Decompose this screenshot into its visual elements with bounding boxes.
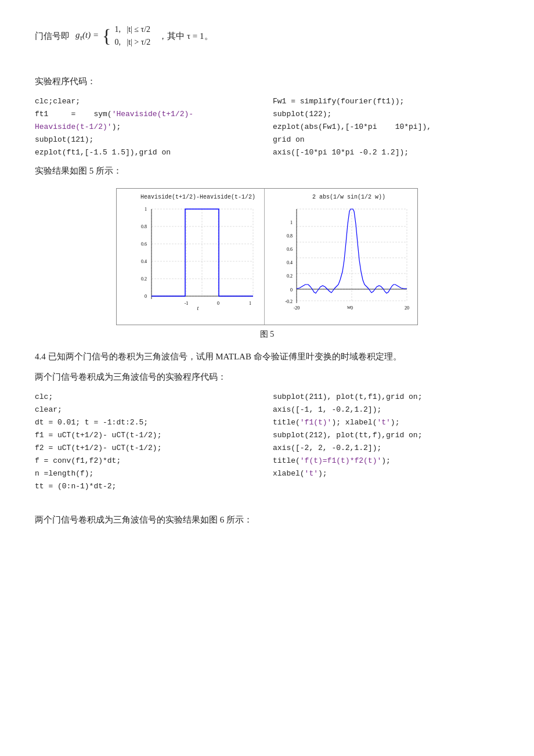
section-4-4-intro: 两个门信号卷积成为三角波信号的实验程序代码： bbox=[35, 370, 499, 385]
code2-l2: clear; bbox=[35, 404, 261, 416]
code2-left-col: clc; clear; dt = 0.01; t = -1:dt:2.5; f1… bbox=[35, 391, 261, 494]
case1: 1, |t| ≤ τ/2 bbox=[114, 23, 150, 36]
code2-l6: f = conv(f1,f2)*dt; bbox=[35, 455, 261, 467]
code2-r6: title('f(t)=f1(t)*f2(t)'); bbox=[273, 455, 499, 467]
chart1-svg: 0 0.2 0.4 0.6 0.8 1 -1 0 1 bbox=[134, 203, 262, 314]
chart-panel-2: 2 abs(1/w sin(1/2 w)) bbox=[265, 189, 418, 325]
svg-text:0: 0 bbox=[217, 301, 219, 306]
condition-note: ，其中 τ = 1。 bbox=[158, 29, 212, 44]
svg-text:0.2: 0.2 bbox=[287, 273, 293, 279]
code-line-1: clc;clear; bbox=[35, 95, 261, 108]
svg-text:0: 0 bbox=[145, 294, 147, 299]
code2-l7: n =length(f); bbox=[35, 467, 261, 480]
code2-l5: f2 = uCT(t+1/2)- uCT(t-1/2); bbox=[35, 442, 261, 455]
section-4-4-title: 4.4 已知两个门信号的卷积为三角波信号，试用 MATLAB 命令验证傅里叶变换… bbox=[35, 350, 499, 365]
code-line-r4: grid on bbox=[273, 134, 499, 146]
svg-text:20: 20 bbox=[405, 305, 409, 311]
chart2-svg: 0 0.2 0.4 0.6 0.8 1 -0.2 -20 0 20 bbox=[282, 203, 416, 314]
svg-text:-0.2: -0.2 bbox=[285, 299, 293, 304]
brace-icon: { bbox=[102, 27, 111, 45]
code-line-r5: axis([-10*pi 10*pi -0.2 1.2]); bbox=[273, 146, 499, 159]
svg-text:0.8: 0.8 bbox=[287, 233, 293, 239]
svg-text:-20: -20 bbox=[294, 305, 300, 311]
code-block-2: clc; clear; dt = 0.01; t = -1:dt:2.5; f1… bbox=[35, 391, 499, 494]
code-line-r1: Fw1 = simplify(fourier(ft1)); bbox=[273, 95, 499, 108]
code2-r4: subplot(212), plot(tt,f),grid on; bbox=[273, 429, 499, 442]
svg-text:0: 0 bbox=[290, 287, 293, 293]
case2: 0, |t| > τ/2 bbox=[114, 36, 150, 49]
code-line-5: ezplot(ft1,[-1.5 1.5]),grid on bbox=[35, 146, 261, 159]
svg-text:0.8: 0.8 bbox=[141, 224, 147, 229]
svg-text:0.2: 0.2 bbox=[141, 276, 147, 282]
code-line-r2: subplot(122); bbox=[273, 108, 499, 121]
svg-text:0.6: 0.6 bbox=[141, 242, 147, 247]
code2-r5: axis([-2, 2, -0.2,1.2]); bbox=[273, 442, 499, 455]
svg-text:0.4: 0.4 bbox=[287, 260, 293, 265]
chart-panel-1: Heaviside(t+1/2)-Heaviside(t-1/2) bbox=[117, 189, 265, 325]
svg-text:0.4: 0.4 bbox=[141, 259, 147, 264]
code2-r2: axis([-1, 1, -0.2,1.2]); bbox=[273, 404, 499, 416]
code-line-4: subplot(121); bbox=[35, 134, 261, 146]
chart1-title: Heaviside(t+1/2)-Heaviside(t-1/2) bbox=[134, 192, 262, 202]
figure-5-container: Heaviside(t+1/2)-Heaviside(t-1/2) bbox=[35, 188, 499, 325]
code2-r7: xlabel('t'); bbox=[273, 467, 499, 480]
func-label: gτ(t) = bbox=[75, 28, 99, 44]
svg-text:1: 1 bbox=[249, 301, 251, 306]
code2-right-col: subplot(211), plot(t,f1),grid on; axis([… bbox=[273, 391, 499, 494]
code2-l1: clc; bbox=[35, 391, 261, 404]
code2-l8: tt = (0:n-1)*dt-2; bbox=[35, 480, 261, 493]
chart-wrapper: Heaviside(t+1/2)-Heaviside(t-1/2) bbox=[116, 188, 418, 325]
result-text-2: 两个门信号卷积成为三角波信号的实验结果如图 6 所示： bbox=[35, 513, 499, 528]
svg-text:0: 0 bbox=[351, 305, 353, 311]
code-block-1: clc;clear; ft1 = sym('Heaviside(t+1/2)- … bbox=[35, 95, 499, 159]
result-text-1: 实验结果如图 5 所示： bbox=[35, 164, 499, 179]
code2-r1: subplot(211), plot(t,f1),grid on; bbox=[273, 391, 499, 404]
svg-text:1: 1 bbox=[290, 220, 293, 225]
piecewise-cases: 1, |t| ≤ τ/2 0, |t| > τ/2 bbox=[114, 23, 150, 49]
figure-5-caption: 图 5 bbox=[35, 327, 499, 341]
chart2-title: 2 abs(1/w sin(1/2 w)) bbox=[282, 192, 416, 202]
code-section-label: 实验程序代码： bbox=[35, 74, 499, 89]
math-intro: 门信号即 gτ(t) = { 1, |t| ≤ τ/2 0, |t| > τ/2… bbox=[35, 23, 499, 49]
code-right-col: Fw1 = simplify(fourier(ft1)); subplot(12… bbox=[273, 95, 499, 159]
chart2-area: 0 0.2 0.4 0.6 0.8 1 -0.2 -20 0 20 bbox=[282, 203, 416, 308]
svg-text:1: 1 bbox=[145, 207, 147, 212]
chart1-area: 0 0.2 0.4 0.6 0.8 1 -1 0 1 bbox=[134, 203, 262, 308]
code2-l3: dt = 0.01; t = -1:dt:2.5; bbox=[35, 416, 261, 429]
code2-r3: title('f1(t)'); xlabel('t'); bbox=[273, 416, 499, 429]
svg-text:0.6: 0.6 bbox=[287, 247, 293, 252]
svg-text:-1: -1 bbox=[185, 301, 189, 306]
code-line-2: ft1 = sym('Heaviside(t+1/2)- bbox=[35, 108, 261, 121]
code-left-col: clc;clear; ft1 = sym('Heaviside(t+1/2)- … bbox=[35, 95, 261, 159]
intro-text: 门信号即 bbox=[35, 29, 70, 44]
code-line-3: Heaviside(t-1/2)'); bbox=[35, 121, 261, 134]
code2-l4: f1 = uCT(t+1/2)- uCT(t-1/2); bbox=[35, 429, 261, 442]
code-line-r3: ezplot(abs(Fw1),[-10*pi 10*pi]), bbox=[273, 121, 499, 134]
